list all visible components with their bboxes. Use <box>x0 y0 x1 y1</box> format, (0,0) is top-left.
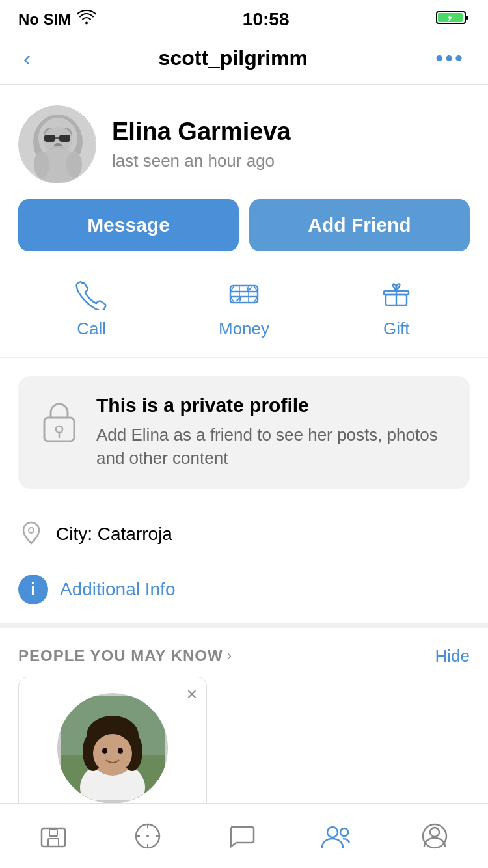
svg-point-24 <box>56 426 62 433</box>
svg-point-36 <box>93 734 132 773</box>
battery-icon <box>436 10 470 30</box>
nav-discover[interactable] <box>120 817 175 856</box>
lock-icon <box>36 397 82 452</box>
avatar <box>18 105 96 183</box>
avatar-svg <box>19 106 96 183</box>
additional-info-row[interactable]: i Additional Info <box>0 562 488 617</box>
profile-info: Elina Garmieva last seen an hour ago <box>112 118 291 171</box>
svg-rect-17 <box>230 286 258 303</box>
friends-icon <box>321 822 355 850</box>
info-icon: i <box>18 575 48 604</box>
svg-point-26 <box>29 528 34 533</box>
svg-point-38 <box>118 748 123 754</box>
money-icon <box>224 275 264 314</box>
pymk-chevron-icon[interactable]: › <box>227 647 232 664</box>
wifi-icon <box>77 10 96 29</box>
additional-info-link[interactable]: Additional Info <box>60 579 175 600</box>
svg-rect-39 <box>42 828 65 847</box>
private-title: This is a private profile <box>96 394 452 416</box>
money-label: Money <box>219 319 269 339</box>
status-time: 10:58 <box>243 9 290 30</box>
bottom-navigation <box>0 803 488 868</box>
discover-icon <box>133 822 162 850</box>
gift-label: Gift <box>383 319 409 339</box>
back-button[interactable]: ‹ <box>18 43 36 74</box>
svg-rect-10 <box>59 135 70 142</box>
nav-profile[interactable] <box>407 817 462 856</box>
city-text: City: Catarroja <box>56 524 172 545</box>
gift-action[interactable]: Gift <box>377 275 416 339</box>
svg-point-15 <box>34 152 49 178</box>
profile-icon <box>420 822 449 850</box>
city-row: City: Catarroja <box>0 507 488 562</box>
private-text: This is a private profile Add Elina as a… <box>96 394 452 470</box>
section-divider <box>0 623 488 628</box>
nav-messages[interactable] <box>214 817 269 856</box>
profile-name: Elina Garmieva <box>112 118 291 146</box>
pymk-hide-button[interactable]: Hide <box>435 646 470 666</box>
pymk-card: × <box>18 677 207 815</box>
call-label: Call <box>77 319 106 339</box>
gift-icon <box>377 275 416 314</box>
svg-point-37 <box>102 748 107 754</box>
header-title: scott_pilgrimm <box>159 46 308 70</box>
status-bar: No SIM 10:58 <box>0 0 488 36</box>
svg-point-48 <box>327 827 338 837</box>
svg-point-51 <box>430 828 439 837</box>
private-description: Add Elina as a friend to see her posts, … <box>96 423 452 470</box>
private-profile-box: This is a private profile Add Elina as a… <box>18 376 470 489</box>
avatar-image <box>19 106 96 183</box>
action-buttons: Message Add Friend <box>0 199 488 269</box>
svg-rect-9 <box>44 135 55 142</box>
profile-status: last seen an hour ago <box>112 151 291 171</box>
svg-rect-41 <box>49 830 57 836</box>
city-icon <box>18 520 44 549</box>
icon-actions: Call Money <box>0 269 488 358</box>
status-battery <box>436 10 470 30</box>
carrier-text: No SIM <box>18 10 71 29</box>
money-action[interactable]: Money <box>219 275 269 339</box>
call-action[interactable]: Call <box>72 275 111 339</box>
svg-point-49 <box>340 828 348 836</box>
svg-rect-2 <box>465 16 468 20</box>
nav-home[interactable] <box>26 818 81 854</box>
pymk-card-close-button[interactable]: × <box>187 684 197 705</box>
messages-icon <box>227 822 256 850</box>
pymk-avatar <box>57 693 168 804</box>
svg-point-43 <box>146 835 149 837</box>
profile-section: Elina Garmieva last seen an hour ago <box>0 85 488 199</box>
more-button[interactable]: ••• <box>430 43 470 74</box>
svg-point-16 <box>66 152 82 178</box>
nav-friends[interactable] <box>308 817 368 856</box>
message-button[interactable]: Message <box>18 199 239 251</box>
pymk-cards: × <box>0 677 488 815</box>
pymk-title: PEOPLE YOU MAY KNOW <box>18 647 223 665</box>
pymk-title-group: PEOPLE YOU MAY KNOW › <box>18 647 232 665</box>
pymk-header: PEOPLE YOU MAY KNOW › Hide <box>0 633 488 677</box>
svg-rect-40 <box>48 839 59 847</box>
header: ‹ scott_pilgrimm ••• <box>0 36 488 85</box>
home-icon <box>39 823 68 849</box>
add-friend-button[interactable]: Add Friend <box>249 199 470 251</box>
status-carrier: No SIM <box>18 10 96 29</box>
call-icon <box>72 275 111 314</box>
